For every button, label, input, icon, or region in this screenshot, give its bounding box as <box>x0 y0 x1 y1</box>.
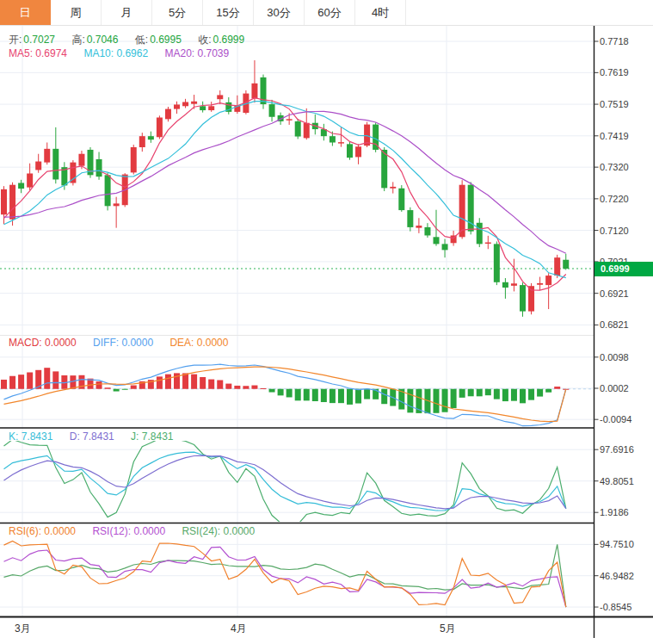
tab-monthly[interactable]: 月 <box>102 0 152 25</box>
svg-text:0.6821: 0.6821 <box>600 319 629 330</box>
svg-text:0.6921: 0.6921 <box>600 288 629 299</box>
x-axis-label-april: 4月 <box>231 622 247 636</box>
svg-text:0.7320: 0.7320 <box>600 162 629 172</box>
tab-30min[interactable]: 30分 <box>254 0 305 25</box>
current-price-tag: 0.6999 <box>594 262 653 276</box>
svg-text:97.6916: 97.6916 <box>600 444 634 455</box>
tab-4hour[interactable]: 4时 <box>355 0 406 25</box>
svg-text:0.0002: 0.0002 <box>600 383 629 393</box>
tab-60min[interactable]: 60分 <box>305 0 355 25</box>
x-axis-label-march: 3月 <box>15 622 31 636</box>
svg-text:0.7718: 0.7718 <box>600 36 629 46</box>
tab-5min[interactable]: 5分 <box>152 0 203 25</box>
svg-text:94.7510: 94.7510 <box>600 539 634 549</box>
chart-canvas[interactable]: 0.77180.76190.75190.74190.73200.72200.71… <box>0 26 653 644</box>
svg-text:0.7120: 0.7120 <box>600 226 629 236</box>
svg-text:0.0098: 0.0098 <box>600 352 629 362</box>
tab-weekly[interactable]: 周 <box>51 0 102 25</box>
timeframe-tabs: 日 周 月 5分 15分 30分 60分 4时 <box>0 0 653 26</box>
svg-text:-0.0094: -0.0094 <box>600 414 631 424</box>
svg-text:49.8051: 49.8051 <box>600 476 634 486</box>
svg-text:0.7220: 0.7220 <box>600 194 629 204</box>
tab-daily[interactable]: 日 <box>0 0 51 25</box>
svg-text:-0.8545: -0.8545 <box>600 602 631 612</box>
x-axis-label-may: 5月 <box>440 622 456 636</box>
svg-text:0.7419: 0.7419 <box>600 131 629 141</box>
svg-text:0.7619: 0.7619 <box>600 67 629 77</box>
svg-text:46.9482: 46.9482 <box>600 571 634 581</box>
tab-15min[interactable]: 15分 <box>203 0 254 25</box>
svg-text:0.7519: 0.7519 <box>600 99 629 109</box>
svg-text:1.9186: 1.9186 <box>600 507 629 517</box>
